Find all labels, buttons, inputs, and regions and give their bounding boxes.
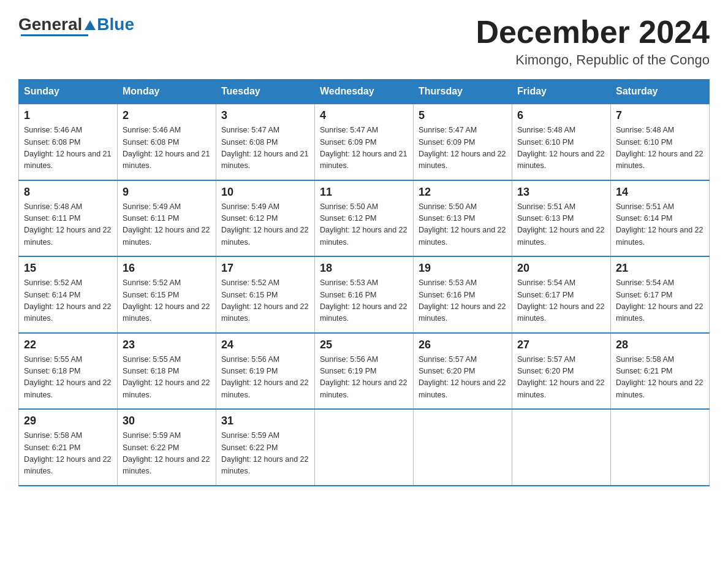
day-number: 23 <box>123 339 211 351</box>
day-number: 10 <box>221 186 309 199</box>
header: General Blue December 2024 Kimongo, Repu… <box>18 15 710 68</box>
day-info: Sunrise: 5:48 AMSunset: 6:11 PMDaylight:… <box>24 201 112 249</box>
day-info: Sunrise: 5:51 AMSunset: 6:13 PMDaylight:… <box>517 201 605 249</box>
weekday-header-row: SundayMondayTuesdayWednesdayThursdayFrid… <box>19 80 710 104</box>
day-number: 2 <box>123 109 211 122</box>
calendar-cell: 7Sunrise: 5:48 AMSunset: 6:10 PMDaylight… <box>611 104 710 180</box>
day-info: Sunrise: 5:46 AMSunset: 6:08 PMDaylight:… <box>24 124 112 172</box>
day-number: 13 <box>517 186 605 199</box>
day-info: Sunrise: 5:54 AMSunset: 6:17 PMDaylight:… <box>517 277 605 325</box>
day-number: 4 <box>320 109 408 122</box>
day-number: 30 <box>123 415 211 427</box>
day-info: Sunrise: 5:50 AMSunset: 6:12 PMDaylight:… <box>320 201 408 249</box>
calendar-cell: 21Sunrise: 5:54 AMSunset: 6:17 PMDayligh… <box>611 256 710 333</box>
calendar-cell: 27Sunrise: 5:57 AMSunset: 6:20 PMDayligh… <box>512 333 611 410</box>
calendar-cell: 15Sunrise: 5:52 AMSunset: 6:14 PMDayligh… <box>19 256 118 333</box>
calendar-cell <box>414 409 512 486</box>
weekday-header-thursday: Thursday <box>414 80 512 104</box>
calendar-cell: 16Sunrise: 5:52 AMSunset: 6:15 PMDayligh… <box>118 256 216 333</box>
day-info: Sunrise: 5:58 AMSunset: 6:21 PMDaylight:… <box>24 430 112 478</box>
day-number: 8 <box>24 186 112 199</box>
day-info: Sunrise: 5:55 AMSunset: 6:18 PMDaylight:… <box>123 354 211 402</box>
logo: General Blue <box>18 15 134 34</box>
calendar-cell: 11Sunrise: 5:50 AMSunset: 6:12 PMDayligh… <box>315 180 414 257</box>
day-info: Sunrise: 5:51 AMSunset: 6:14 PMDaylight:… <box>616 201 704 249</box>
calendar-cell: 30Sunrise: 5:59 AMSunset: 6:22 PMDayligh… <box>118 409 216 486</box>
calendar-cell: 26Sunrise: 5:57 AMSunset: 6:20 PMDayligh… <box>414 333 512 410</box>
day-number: 21 <box>616 262 704 275</box>
day-number: 6 <box>517 109 605 122</box>
day-number: 26 <box>419 339 507 351</box>
week-row-4: 22Sunrise: 5:55 AMSunset: 6:18 PMDayligh… <box>19 333 710 410</box>
day-info: Sunrise: 5:48 AMSunset: 6:10 PMDaylight:… <box>616 124 704 172</box>
logo-underline <box>21 33 88 36</box>
day-info: Sunrise: 5:59 AMSunset: 6:22 PMDaylight:… <box>221 430 309 478</box>
calendar-cell: 4Sunrise: 5:47 AMSunset: 6:09 PMDaylight… <box>315 104 414 180</box>
calendar-cell: 1Sunrise: 5:46 AMSunset: 6:08 PMDaylight… <box>19 104 118 180</box>
calendar-cell: 31Sunrise: 5:59 AMSunset: 6:22 PMDayligh… <box>216 409 315 486</box>
day-number: 3 <box>221 109 309 122</box>
logo-general-text: General <box>18 15 82 34</box>
day-info: Sunrise: 5:56 AMSunset: 6:19 PMDaylight:… <box>320 354 408 402</box>
day-info: Sunrise: 5:53 AMSunset: 6:16 PMDaylight:… <box>320 277 408 325</box>
svg-marker-0 <box>85 20 96 30</box>
calendar-cell: 17Sunrise: 5:52 AMSunset: 6:15 PMDayligh… <box>216 256 315 333</box>
calendar-cell <box>611 409 710 486</box>
day-info: Sunrise: 5:52 AMSunset: 6:15 PMDaylight:… <box>221 277 309 325</box>
day-number: 5 <box>419 109 507 122</box>
logo-triangle-icon <box>83 19 97 33</box>
day-info: Sunrise: 5:56 AMSunset: 6:19 PMDaylight:… <box>221 354 309 402</box>
day-number: 24 <box>221 339 309 351</box>
day-number: 11 <box>320 186 408 199</box>
calendar-cell: 24Sunrise: 5:56 AMSunset: 6:19 PMDayligh… <box>216 333 315 410</box>
calendar-cell: 9Sunrise: 5:49 AMSunset: 6:11 PMDaylight… <box>118 180 216 257</box>
week-row-5: 29Sunrise: 5:58 AMSunset: 6:21 PMDayligh… <box>19 409 710 486</box>
day-number: 20 <box>517 262 605 275</box>
day-number: 31 <box>221 415 309 427</box>
week-row-3: 15Sunrise: 5:52 AMSunset: 6:14 PMDayligh… <box>19 256 710 333</box>
calendar-cell: 2Sunrise: 5:46 AMSunset: 6:08 PMDaylight… <box>118 104 216 180</box>
calendar-cell: 14Sunrise: 5:51 AMSunset: 6:14 PMDayligh… <box>611 180 710 257</box>
calendar-cell: 6Sunrise: 5:48 AMSunset: 6:10 PMDaylight… <box>512 104 611 180</box>
day-number: 14 <box>616 186 704 199</box>
day-info: Sunrise: 5:58 AMSunset: 6:21 PMDaylight:… <box>616 354 704 402</box>
day-number: 28 <box>616 339 704 351</box>
month-title: December 2024 <box>476 15 710 50</box>
weekday-header-monday: Monday <box>118 80 216 104</box>
calendar-cell: 18Sunrise: 5:53 AMSunset: 6:16 PMDayligh… <box>315 256 414 333</box>
weekday-header-wednesday: Wednesday <box>315 80 414 104</box>
day-number: 22 <box>24 339 112 351</box>
day-number: 7 <box>616 109 704 122</box>
day-info: Sunrise: 5:52 AMSunset: 6:14 PMDaylight:… <box>24 277 112 325</box>
day-number: 9 <box>123 186 211 199</box>
calendar-cell: 8Sunrise: 5:48 AMSunset: 6:11 PMDaylight… <box>19 180 118 257</box>
calendar-cell: 20Sunrise: 5:54 AMSunset: 6:17 PMDayligh… <box>512 256 611 333</box>
calendar-cell: 13Sunrise: 5:51 AMSunset: 6:13 PMDayligh… <box>512 180 611 257</box>
calendar-cell <box>512 409 611 486</box>
day-info: Sunrise: 5:57 AMSunset: 6:20 PMDaylight:… <box>419 354 507 402</box>
calendar-table: SundayMondayTuesdayWednesdayThursdayFrid… <box>18 79 710 486</box>
weekday-header-friday: Friday <box>512 80 611 104</box>
calendar-cell: 23Sunrise: 5:55 AMSunset: 6:18 PMDayligh… <box>118 333 216 410</box>
calendar-cell: 22Sunrise: 5:55 AMSunset: 6:18 PMDayligh… <box>19 333 118 410</box>
day-number: 17 <box>221 262 309 275</box>
day-info: Sunrise: 5:52 AMSunset: 6:15 PMDaylight:… <box>123 277 211 325</box>
calendar-cell: 5Sunrise: 5:47 AMSunset: 6:09 PMDaylight… <box>414 104 512 180</box>
day-info: Sunrise: 5:46 AMSunset: 6:08 PMDaylight:… <box>123 124 211 172</box>
location-title: Kimongo, Republic of the Congo <box>476 52 710 68</box>
day-info: Sunrise: 5:47 AMSunset: 6:09 PMDaylight:… <box>320 124 408 172</box>
calendar-cell: 25Sunrise: 5:56 AMSunset: 6:19 PMDayligh… <box>315 333 414 410</box>
day-number: 12 <box>419 186 507 199</box>
day-number: 19 <box>419 262 507 275</box>
calendar-cell: 3Sunrise: 5:47 AMSunset: 6:08 PMDaylight… <box>216 104 315 180</box>
day-info: Sunrise: 5:53 AMSunset: 6:16 PMDaylight:… <box>419 277 507 325</box>
day-info: Sunrise: 5:57 AMSunset: 6:20 PMDaylight:… <box>517 354 605 402</box>
day-info: Sunrise: 5:49 AMSunset: 6:12 PMDaylight:… <box>221 201 309 249</box>
week-row-1: 1Sunrise: 5:46 AMSunset: 6:08 PMDaylight… <box>19 104 710 180</box>
day-number: 15 <box>24 262 112 275</box>
calendar-cell: 29Sunrise: 5:58 AMSunset: 6:21 PMDayligh… <box>19 409 118 486</box>
calendar-cell <box>315 409 414 486</box>
day-number: 27 <box>517 339 605 351</box>
week-row-2: 8Sunrise: 5:48 AMSunset: 6:11 PMDaylight… <box>19 180 710 257</box>
calendar-cell: 28Sunrise: 5:58 AMSunset: 6:21 PMDayligh… <box>611 333 710 410</box>
